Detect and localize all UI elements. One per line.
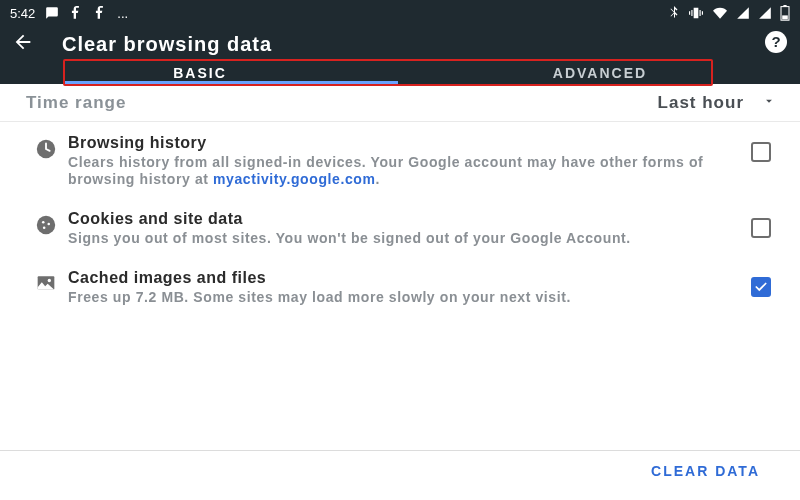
wifi-icon xyxy=(712,6,728,20)
status-bar: 5:42 ... xyxy=(0,0,800,26)
myactivity-link[interactable]: myactivity.google.com xyxy=(213,171,376,187)
history-icon xyxy=(24,134,68,160)
app-bar: Clear browsing data ? xyxy=(0,26,800,62)
svg-point-6 xyxy=(37,216,55,234)
dropdown-icon xyxy=(762,93,776,113)
option-description: Clears history from all signed-in device… xyxy=(68,154,728,188)
bluetooth-icon xyxy=(668,6,680,20)
checkbox-cookies[interactable] xyxy=(751,218,771,238)
signal-icon xyxy=(758,6,772,20)
option-description: Signs you out of most sites. You won't b… xyxy=(68,230,728,247)
facebook-icon xyxy=(93,6,107,20)
svg-rect-2 xyxy=(782,15,788,19)
chat-icon xyxy=(45,6,59,20)
svg-point-9 xyxy=(43,227,46,230)
svg-text:?: ? xyxy=(771,33,780,50)
svg-rect-1 xyxy=(783,5,786,7)
option-description: Frees up 7.2 MB. Some sites may load mor… xyxy=(68,289,728,306)
tab-advanced[interactable]: ADVANCED xyxy=(400,65,800,81)
checkbox-browsing-history[interactable] xyxy=(751,142,771,162)
vibrate-icon xyxy=(688,6,704,20)
back-icon[interactable] xyxy=(12,31,34,57)
svg-point-7 xyxy=(42,221,45,224)
signal-icon xyxy=(736,6,750,20)
option-cookies[interactable]: Cookies and site data Signs you out of m… xyxy=(0,198,800,257)
svg-point-11 xyxy=(48,279,51,282)
option-title: Browsing history xyxy=(68,134,728,152)
time-range-label: Time range xyxy=(26,93,126,113)
option-title: Cookies and site data xyxy=(68,210,728,228)
option-title: Cached images and files xyxy=(68,269,728,287)
tab-indicator xyxy=(63,81,398,84)
option-cache[interactable]: Cached images and files Frees up 7.2 MB.… xyxy=(0,257,800,316)
facebook-icon xyxy=(69,6,83,20)
cookie-icon xyxy=(24,210,68,236)
tab-bar: BASIC ADVANCED xyxy=(0,62,800,84)
option-browsing-history[interactable]: Browsing history Clears history from all… xyxy=(0,122,800,198)
clear-data-button[interactable]: CLEAR DATA xyxy=(651,463,760,479)
status-time: 5:42 xyxy=(10,6,35,21)
help-icon[interactable]: ? xyxy=(764,30,788,58)
time-range-row[interactable]: Time range Last hour xyxy=(0,84,800,122)
image-icon xyxy=(24,269,68,293)
options-list: Browsing history Clears history from all… xyxy=(0,122,800,316)
status-more: ... xyxy=(117,6,128,21)
battery-icon xyxy=(780,5,790,21)
svg-point-8 xyxy=(47,223,50,226)
page-title: Clear browsing data xyxy=(62,33,272,56)
tab-basic[interactable]: BASIC xyxy=(0,65,400,81)
bottom-bar: CLEAR DATA xyxy=(0,450,800,490)
checkbox-cache[interactable] xyxy=(751,277,771,297)
time-range-value: Last hour xyxy=(658,93,744,113)
